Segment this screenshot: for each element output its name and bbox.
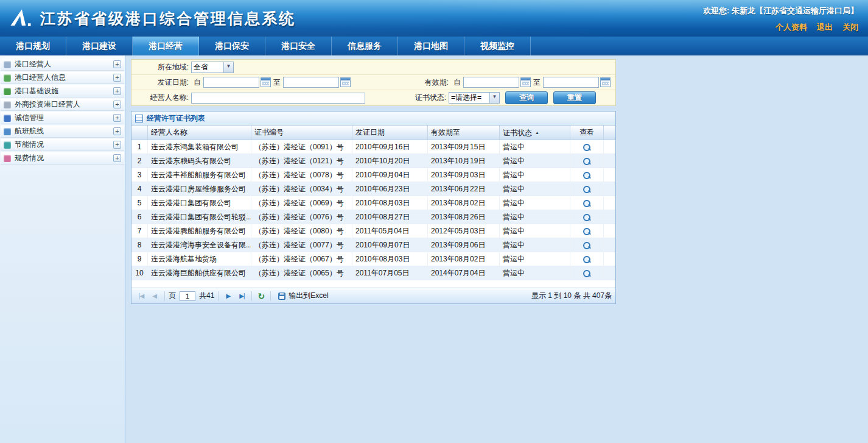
cert-status-select[interactable]: =请选择=: [449, 92, 500, 104]
col-header-valid-until[interactable]: 有效期至: [428, 126, 500, 140]
cell-valid-until: 2013年06月22日: [428, 182, 500, 196]
tab-port-operation[interactable]: 港口经营: [133, 37, 199, 55]
cert-status-select-value: =请选择=: [449, 93, 489, 103]
total-pages-label: 共41: [199, 291, 214, 301]
tab-video-monitoring[interactable]: 视频监控: [464, 37, 531, 55]
tab-port-map[interactable]: 港口地图: [398, 37, 464, 55]
view-icon[interactable]: [583, 255, 591, 264]
cell-status: 营运中: [500, 168, 570, 182]
tab-information-service[interactable]: 信息服务: [332, 37, 398, 55]
prev-page-button[interactable]: [149, 291, 161, 302]
view-icon[interactable]: [583, 185, 591, 194]
table-row[interactable]: 2 连云港东粮码头有限公司 （苏连）港经证（0121）号 2010年10月20日…: [131, 154, 615, 168]
cell-cert-no: （苏连）港经证（0034）号: [251, 182, 352, 196]
calendar-icon[interactable]: [520, 77, 531, 87]
tab-port-planning[interactable]: 港口规划: [0, 37, 66, 55]
form-row-region: 所在地域: 全省: [131, 60, 615, 75]
table-row[interactable]: 8 连云港港湾海事安全设备有限... （苏连）港经证（0077）号 2010年0…: [131, 238, 615, 252]
expand-plus-icon[interactable]: [113, 127, 121, 135]
logout-link[interactable]: 退出: [817, 22, 833, 33]
col-header-cert-no[interactable]: 证书编号: [251, 126, 352, 140]
view-icon[interactable]: [583, 157, 591, 166]
grid-icon: [4, 61, 11, 68]
sidebar-item-port-operators[interactable]: 港口经营人: [1, 58, 124, 71]
view-icon[interactable]: [583, 199, 591, 208]
region-label: 所在地域:: [131, 62, 191, 73]
tab-port-safety[interactable]: 港口安全: [265, 37, 332, 55]
col-header-status[interactable]: 证书状态: [500, 126, 570, 140]
issue-date-to-input[interactable]: [283, 77, 339, 88]
sidebar-item-credit-management[interactable]: 诚信管理: [1, 112, 124, 124]
reset-button[interactable]: 重置: [553, 91, 596, 104]
main-nav: 港口规划 港口建设 港口经营 港口保安 港口安全 信息服务 港口地图 视频监控: [0, 37, 868, 55]
cell-status: 营运中: [500, 154, 570, 168]
cell-operator-name: 连云港港口集团有限公司轮驳...: [148, 210, 251, 224]
view-icon[interactable]: [583, 241, 591, 250]
sidebar-item-fees[interactable]: 规费情况: [1, 152, 124, 165]
cell-valid-until: 2012年05月03日: [428, 224, 500, 238]
sidebar-item-port-infrastructure[interactable]: 港口基础设施: [1, 85, 124, 97]
view-icon[interactable]: [583, 269, 591, 278]
calendar-icon[interactable]: [340, 77, 351, 87]
table-row[interactable]: 6 连云港港口集团有限公司轮驳... （苏连）港经证（0076）号 2010年0…: [131, 210, 615, 224]
region-select[interactable]: 全省: [191, 62, 234, 73]
grid-header-row: 经营人名称 证书编号 发证日期 有效期至 证书状态 查看: [131, 126, 615, 140]
dropdown-arrow-icon: [489, 93, 499, 103]
query-button[interactable]: 查询: [505, 91, 548, 104]
table-row[interactable]: 9 连云港海航基地货场 （苏连）港经证（0067）号 2010年08月03日 2…: [131, 252, 615, 266]
next-page-button[interactable]: [222, 291, 234, 302]
cell-issue-date: 2010年10月20日: [352, 154, 428, 168]
view-icon[interactable]: [583, 227, 591, 236]
sidebar-item-flight-routes[interactable]: 航班航线: [1, 125, 124, 138]
view-icon[interactable]: [583, 143, 591, 152]
col-header-status-text: 证书状态: [503, 129, 532, 137]
pager-separator: [218, 291, 219, 301]
view-icon[interactable]: [583, 171, 591, 180]
calendar-icon[interactable]: [600, 77, 611, 87]
expand-plus-icon[interactable]: [113, 60, 121, 68]
expand-plus-icon[interactable]: [113, 154, 121, 162]
first-page-button[interactable]: [135, 291, 147, 302]
last-page-button[interactable]: [236, 291, 248, 302]
issue-from-label: 自: [194, 77, 201, 88]
tab-port-construction[interactable]: 港口建设: [66, 37, 133, 55]
table-row[interactable]: 4 连云港港口房屋维修服务公司 （苏连）港经证（0034）号 2010年06月2…: [131, 182, 615, 196]
expand-plus-icon[interactable]: [113, 141, 121, 149]
cell-issue-date: 2010年08月03日: [352, 252, 428, 266]
cell-status: 营运中: [500, 266, 570, 280]
refresh-icon[interactable]: [256, 291, 267, 302]
col-header-operator-name[interactable]: 经营人名称: [148, 126, 251, 140]
validity-to-input[interactable]: [543, 77, 599, 88]
sidebar-item-foreign-invested-operators[interactable]: 外商投资港口经营人: [1, 98, 124, 111]
close-link[interactable]: 关闭: [842, 22, 858, 33]
cell-view: [570, 196, 604, 210]
grid-hscroll-spacer: [131, 280, 615, 288]
expand-plus-icon[interactable]: [113, 87, 121, 95]
validity-from-input[interactable]: [463, 77, 519, 88]
tab-port-security[interactable]: 港口保安: [199, 37, 265, 55]
table-row[interactable]: 5 连云港港口集团有限公司 （苏连）港经证（0069）号 2010年08月03日…: [131, 196, 615, 210]
table-row[interactable]: 1 连云港东鸿集装箱有限公司 （苏连）港经证（0091）号 2010年09月16…: [131, 140, 615, 154]
table-row[interactable]: 10 连云港海巨船舶供应有限公司 （苏连）港经证（0065）号 2011年07月…: [131, 266, 615, 280]
operator-name-input[interactable]: [191, 93, 365, 104]
cell-valid-until: 2013年09月06日: [428, 238, 500, 252]
issue-date-from-input[interactable]: [203, 77, 259, 88]
view-icon[interactable]: [583, 213, 591, 222]
cell-cert-no: （苏连）港经证（0121）号: [251, 154, 352, 168]
page-number-input[interactable]: [180, 291, 195, 301]
profile-link[interactable]: 个人资料: [775, 22, 807, 33]
table-row[interactable]: 7 连云港港腾船舶服务有限公司 （苏连）港经证（0080）号 2011年05月0…: [131, 224, 615, 238]
col-header-issue-date[interactable]: 发证日期: [352, 126, 428, 140]
expand-plus-icon[interactable]: [113, 74, 121, 82]
expand-plus-icon[interactable]: [113, 101, 121, 108]
export-excel-button[interactable]: 输出到Excel: [275, 289, 332, 302]
col-header-view[interactable]: 查看: [570, 126, 604, 140]
sidebar-item-operator-info[interactable]: 港口经营人信息: [1, 71, 124, 84]
calendar-icon[interactable]: [261, 77, 271, 87]
cell-cert-no: （苏连）港经证（0077）号: [251, 238, 352, 252]
table-row[interactable]: 3 连云港丰裕船舶服务有限公司 （苏连）港经证（0078）号 2010年09月0…: [131, 168, 615, 182]
expand-plus-icon[interactable]: [113, 114, 121, 122]
sidebar-item-energy-saving[interactable]: 节能情况: [1, 138, 124, 151]
cell-rownum: 5: [131, 196, 148, 210]
grid-title-bar: 经营许可证书列表: [131, 112, 615, 126]
